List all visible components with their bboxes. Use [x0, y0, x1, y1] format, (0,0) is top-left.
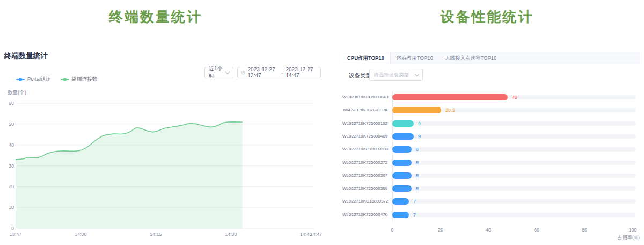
dashboard: 终端数量统计 终端数量统计 近1小时 2023-12-27 13:47 - 20…	[0, 0, 644, 245]
bar-x-tick-label: 80	[575, 227, 594, 233]
bar-x-tick-label: 0	[383, 227, 401, 233]
bar-chart-x-axis-title: 占用率(%)	[605, 234, 640, 241]
bar-x-tick-label: 60	[528, 227, 546, 233]
bar-chart-x-axis: 020406080100	[0, 0, 644, 245]
bar-x-tick-label: 40	[479, 227, 497, 233]
bar-x-tick-label: 100	[624, 227, 642, 233]
bar-x-tick-label: 20	[431, 227, 450, 233]
